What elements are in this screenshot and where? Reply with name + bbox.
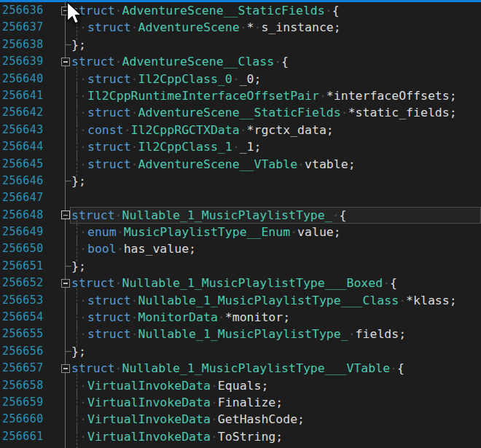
code-text[interactable]: }; xyxy=(71,173,86,189)
code-text[interactable]: }; xyxy=(71,445,86,448)
token-plain: _1; xyxy=(240,140,262,154)
fold-collapse-icon[interactable] xyxy=(61,279,70,288)
token-keyword: struct xyxy=(87,294,131,307)
fold-collapse-icon[interactable] xyxy=(61,211,70,219)
code-text[interactable]: ·bool·has_value; xyxy=(71,240,196,257)
indent-guide: · xyxy=(71,224,87,240)
code-area[interactable]: 256636struct·AdventureScene__StaticField… xyxy=(0,2,481,448)
code-line[interactable]: 256646}; xyxy=(0,173,481,189)
code-text[interactable]: ·struct·Il2CppClass_0·_0; xyxy=(71,71,261,87)
code-text[interactable]: }; xyxy=(71,343,86,360)
whitespace-dot: · xyxy=(131,106,138,119)
token-keyword: struct xyxy=(87,140,131,154)
code-text[interactable]: ·struct·AdventureScene·*·s_instance; xyxy=(71,19,341,36)
code-line[interactable]: 256644·struct·Il2CppClass_1·_1; xyxy=(0,138,481,155)
token-type: VirtualInvokeData xyxy=(87,396,211,409)
code-text[interactable]: ·struct·AdventureScene__VTable·vtable; xyxy=(71,156,356,173)
code-text[interactable]: ·struct·AdventureScene__StaticFields·*st… xyxy=(71,104,457,121)
code-text[interactable]: ·VirtualInvokeData·Equals; xyxy=(71,377,268,394)
whitespace-dot: · xyxy=(115,276,122,290)
indent-guide: · xyxy=(71,87,87,104)
token-plain: value; xyxy=(297,225,341,239)
code-line[interactable]: 256659·VirtualInvokeData·Finalize; xyxy=(0,394,481,411)
code-line[interactable]: 256662}; xyxy=(0,445,481,448)
token-type: AdventureScene__StaticFields xyxy=(122,4,325,17)
code-line[interactable]: 256653·struct·Nullable_1_MusicPlaylistTy… xyxy=(0,292,481,309)
whitespace-dot: · xyxy=(211,396,218,409)
code-line[interactable]: 256655·struct·Nullable_1_MusicPlaylistTy… xyxy=(0,326,481,342)
line-number: 256650 xyxy=(2,240,44,257)
code-text[interactable]: ·struct·Il2CppClass_1·_1; xyxy=(71,138,261,155)
fold-collapse-icon[interactable] xyxy=(61,364,70,373)
code-line[interactable]: 256654·struct·MonitorData·*monitor; xyxy=(0,309,481,326)
code-line[interactable]: 256661·VirtualInvokeData·ToString; xyxy=(0,428,481,445)
code-text[interactable]: struct·Nullable_1_MusicPlaylistType___Bo… xyxy=(71,275,397,291)
fold-collapse-icon[interactable] xyxy=(61,58,70,66)
line-number: 256658 xyxy=(2,377,44,394)
code-line[interactable]: 256658·VirtualInvokeData·Equals; xyxy=(0,377,481,394)
code-line[interactable]: 256639struct·AdventureScene__Class·{ xyxy=(0,53,481,70)
whitespace-dot: · xyxy=(390,361,397,375)
code-line[interactable]: 256641·Il2CppRuntimeInterfaceOffsetPair·… xyxy=(0,87,481,104)
code-line[interactable]: 256647 xyxy=(0,189,481,206)
token-type: Il2CppRuntimeInterfaceOffsetPair xyxy=(87,89,319,103)
whitespace-dot: · xyxy=(131,72,138,86)
token-keyword: struct xyxy=(87,327,131,341)
token-plain: fields; xyxy=(356,327,407,341)
token-type: Il2CppClass_0 xyxy=(138,72,232,86)
fold-end-marker xyxy=(65,181,71,181)
whitespace-dot: · xyxy=(254,20,262,34)
code-line[interactable]: 256660·VirtualInvokeData·GetHashCode; xyxy=(0,411,481,428)
whitespace-dot: · xyxy=(115,4,122,17)
token-type: Nullable_1_MusicPlaylistType___Class xyxy=(138,294,399,307)
code-line[interactable]: 256656}; xyxy=(0,343,481,360)
code-text[interactable]: ·struct·Nullable_1_MusicPlaylistType_·fi… xyxy=(71,326,406,342)
code-text[interactable]: ·VirtualInvokeData·Finalize; xyxy=(71,394,283,411)
code-line[interactable]: 256645·struct·AdventureScene__VTable·vta… xyxy=(0,156,481,173)
code-line[interactable]: 256649·enum·MusicPlaylistType__Enum·valu… xyxy=(0,224,481,240)
code-line[interactable]: 256650·bool·has_value; xyxy=(0,240,481,257)
token-plain: *rgctx_data; xyxy=(247,123,334,137)
line-number: 256649 xyxy=(2,224,44,240)
token-keyword: struct xyxy=(87,310,131,324)
code-text[interactable]: struct·Nullable_1_MusicPlaylistType___VT… xyxy=(71,360,404,377)
token-keyword: struct xyxy=(71,55,115,68)
code-text[interactable]: ·struct·MonitorData·*monitor; xyxy=(71,309,290,326)
line-number: 256648 xyxy=(2,207,44,224)
code-line[interactable]: 256657struct·Nullable_1_MusicPlaylistTyp… xyxy=(0,360,481,377)
whitespace-dot: · xyxy=(131,327,138,341)
token-plain: { xyxy=(281,55,289,68)
code-line[interactable]: 256648struct·Nullable_1_MusicPlaylistTyp… xyxy=(0,207,481,224)
code-line[interactable]: 256651}; xyxy=(0,258,481,275)
code-line[interactable]: 256652struct·Nullable_1_MusicPlaylistTyp… xyxy=(0,275,481,291)
indent-guide: · xyxy=(71,156,87,173)
code-text[interactable]: ·const·Il2CppRGCTXData·*rgctx_data; xyxy=(71,122,334,138)
code-text[interactable]: ·Il2CppRuntimeInterfaceOffsetPair·*inter… xyxy=(71,87,457,104)
whitespace-dot: · xyxy=(232,72,240,86)
line-number: 256659 xyxy=(2,394,44,411)
code-text[interactable]: struct·Nullable_1_MusicPlaylistType_·{ xyxy=(71,207,347,224)
token-plain: s_instance; xyxy=(261,20,340,34)
code-line[interactable]: 256642·struct·AdventureScene__StaticFiel… xyxy=(0,104,481,121)
code-text[interactable]: ·VirtualInvokeData·ToString; xyxy=(71,428,283,445)
code-text[interactable]: }; xyxy=(71,258,86,275)
token-type: Nullable_1_MusicPlaylistType_ xyxy=(138,327,348,341)
indent-guide: · xyxy=(71,411,87,428)
whitespace-dot: · xyxy=(131,140,138,154)
token-type: VirtualInvokeData xyxy=(87,412,211,426)
whitespace-dot: · xyxy=(297,157,305,171)
code-text[interactable]: }; xyxy=(71,36,86,53)
code-text[interactable]: ·VirtualInvokeData·GetHashCode; xyxy=(71,411,305,428)
line-number: 256662 xyxy=(2,445,44,448)
token-plain: *interfaceOffsets; xyxy=(326,89,457,103)
indent-guide: · xyxy=(71,292,87,309)
code-line[interactable]: 256640·struct·Il2CppClass_0·_0; xyxy=(0,71,481,87)
line-number: 256644 xyxy=(2,138,44,155)
code-text[interactable]: ·struct·Nullable_1_MusicPlaylistType___C… xyxy=(71,292,457,309)
code-text[interactable]: struct·AdventureScene__Class·{ xyxy=(71,53,289,70)
code-line[interactable]: 256638}; xyxy=(0,36,481,53)
code-line[interactable]: 256643·const·Il2CppRGCTXData·*rgctx_data… xyxy=(0,122,481,138)
code-text[interactable]: ·enum·MusicPlaylistType__Enum·value; xyxy=(71,224,341,240)
code-text[interactable]: struct·AdventureScene__StaticFields·{ xyxy=(71,2,340,19)
whitespace-dot: · xyxy=(274,55,281,68)
